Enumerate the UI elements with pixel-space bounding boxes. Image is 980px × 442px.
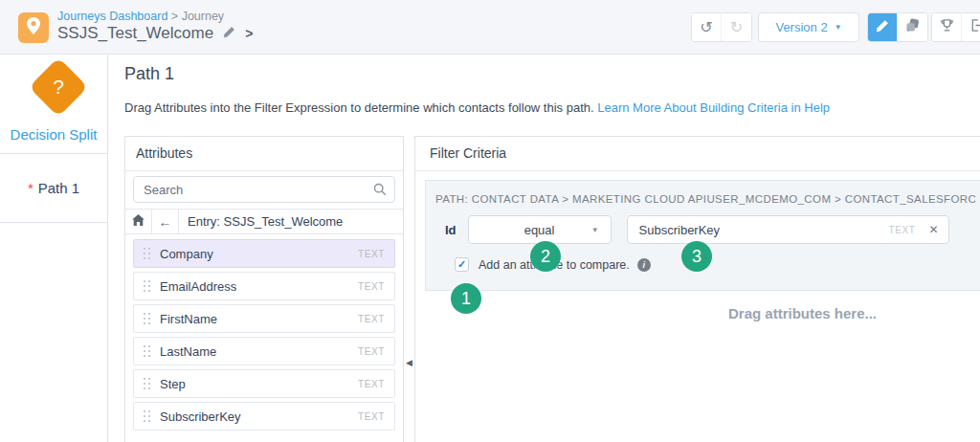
drag-handle-icon bbox=[144, 248, 150, 259]
attribute-row-subscriberkey[interactable]: SubscriberKey TEXT bbox=[133, 402, 395, 431]
collapse-panel-arrow-icon[interactable]: ◀ bbox=[406, 358, 412, 367]
filter-expression-box: PATH: CONTACT DATA > MARKETING CLOUD API… bbox=[425, 180, 980, 291]
attribute-row-company[interactable]: Company TEXT bbox=[133, 239, 395, 268]
search-icon bbox=[373, 183, 387, 200]
entry-breadcrumb-label: Entry: SSJS_Test_Welcome bbox=[179, 210, 343, 233]
activity-sidebar: ? Decision Split * Path 1 bbox=[0, 55, 108, 442]
compare-attribute-checkbox[interactable]: ✓ bbox=[455, 257, 469, 272]
edit-mode-button[interactable] bbox=[868, 13, 898, 41]
location-pin-icon bbox=[27, 17, 40, 38]
drag-handle-icon bbox=[144, 410, 150, 422]
clear-value-icon[interactable]: ✕ bbox=[929, 223, 939, 236]
home-icon bbox=[132, 214, 145, 229]
attribute-type: TEXT bbox=[358, 281, 385, 292]
attribute-type: TEXT bbox=[358, 411, 385, 422]
journey-title-row: SSJS_Test_Welcome > bbox=[57, 24, 253, 43]
comparison-value-box: TEXT ✕ bbox=[627, 215, 949, 244]
attribute-row-step[interactable]: Step TEXT bbox=[133, 369, 395, 398]
operator-value: equal bbox=[524, 223, 555, 237]
checkmark-icon: ✓ bbox=[457, 258, 466, 271]
title-chevron-icon[interactable]: > bbox=[245, 26, 253, 41]
attribute-row-emailaddress[interactable]: EmailAddress TEXT bbox=[133, 272, 395, 300]
caret-down-icon: ▼ bbox=[835, 23, 842, 32]
data-path-breadcrumb: PATH: CONTACT DATA > MARKETING CLOUD API… bbox=[426, 181, 980, 205]
copy-journey-button[interactable] bbox=[898, 13, 927, 41]
top-bar: Journeys Dashboard > Journey SSJS_Test_W… bbox=[0, 0, 980, 55]
decision-split-label[interactable]: Decision Split bbox=[0, 126, 107, 143]
breadcrumb-current: Journey bbox=[182, 10, 224, 23]
attributes-panel-title: Attributes bbox=[125, 137, 403, 171]
breadcrumb-separator: > bbox=[171, 10, 178, 23]
comparison-value-input[interactable] bbox=[639, 223, 889, 237]
path-1-label: Path 1 bbox=[38, 180, 79, 196]
attributes-panel: Attributes ← Entry: SSJS_Test_Welcome Co… bbox=[124, 136, 404, 442]
breadcrumb: Journeys Dashboard > Journey bbox=[57, 10, 224, 23]
home-button[interactable] bbox=[125, 210, 152, 233]
edit-title-pencil-icon[interactable] bbox=[223, 25, 235, 42]
undo-button[interactable]: ↺ bbox=[692, 13, 722, 41]
redo-button[interactable]: ↻ bbox=[722, 13, 751, 41]
version-label: Version 2 bbox=[775, 20, 827, 34]
filter-criteria-title: Filter Criteria bbox=[415, 137, 980, 171]
attribute-type: TEXT bbox=[358, 249, 385, 259]
goal-exit-group bbox=[931, 12, 980, 42]
annotation-badge-1: 1 bbox=[451, 283, 481, 314]
page-title: Path 1 bbox=[124, 64, 174, 84]
back-arrow-icon: ← bbox=[159, 214, 172, 230]
goal-button[interactable] bbox=[932, 13, 962, 41]
attribute-breadcrumb-bar: ← Entry: SSJS_Test_Welcome bbox=[125, 209, 403, 234]
pencil-icon bbox=[876, 19, 889, 36]
attribute-label: EmailAddress bbox=[160, 279, 236, 294]
attribute-label: LastName bbox=[160, 344, 216, 359]
copy-icon bbox=[905, 18, 920, 36]
exit-icon bbox=[969, 18, 980, 36]
undo-redo-group: ↺ ↻ bbox=[691, 12, 752, 42]
sidebar-item-path-1[interactable]: * Path 1 bbox=[0, 154, 107, 223]
value-type-label: TEXT bbox=[889, 225, 916, 235]
version-group: Version 2 ▼ bbox=[758, 12, 859, 42]
annotation-badge-3: 3 bbox=[681, 241, 712, 272]
description-text: Drag Attributes into the Filter Expressi… bbox=[124, 100, 594, 115]
back-button[interactable]: ← bbox=[152, 210, 179, 233]
expression-row: Id equal ▼ TEXT ✕ bbox=[426, 215, 980, 244]
attribute-label: FirstName bbox=[160, 312, 217, 326]
attribute-label: Step bbox=[160, 377, 186, 391]
drag-handle-icon bbox=[144, 313, 150, 324]
info-icon[interactable]: i bbox=[637, 258, 651, 272]
attribute-label: Company bbox=[160, 247, 213, 261]
attribute-type: TEXT bbox=[358, 379, 385, 389]
caret-down-icon: ▼ bbox=[591, 226, 599, 234]
help-link[interactable]: Learn More About Building Criteria in He… bbox=[597, 100, 830, 115]
drag-handle-icon bbox=[144, 378, 150, 389]
attribute-type: TEXT bbox=[358, 314, 385, 324]
expression-field-label: Id bbox=[445, 223, 457, 237]
exit-button[interactable] bbox=[962, 13, 980, 41]
redo-icon: ↻ bbox=[730, 18, 743, 36]
undo-icon: ↺ bbox=[700, 18, 712, 36]
attribute-label: SubscriberKey bbox=[160, 409, 241, 424]
trophy-icon bbox=[940, 18, 954, 36]
breadcrumb-journeys-dashboard-link[interactable]: Journeys Dashboard bbox=[57, 10, 167, 23]
annotation-badge-2: 2 bbox=[530, 241, 561, 272]
attribute-list: Company TEXT EmailAddress TEXT FirstName… bbox=[125, 234, 403, 431]
attribute-row-lastname[interactable]: LastName TEXT bbox=[133, 337, 395, 365]
decision-split-cell: ? Decision Split bbox=[0, 55, 107, 154]
drag-handle-icon bbox=[144, 280, 150, 292]
drag-handle-icon bbox=[144, 345, 150, 357]
filter-criteria-panel: Filter Criteria PATH: CONTACT DATA > MAR… bbox=[414, 136, 980, 442]
required-asterisk: * bbox=[28, 180, 33, 196]
page-description: Drag Attributes into the Filter Expressi… bbox=[124, 100, 830, 115]
journey-title: SSJS_Test_Welcome bbox=[57, 24, 213, 43]
version-dropdown-button[interactable]: Version 2 ▼ bbox=[759, 13, 858, 41]
attribute-row-firstname[interactable]: FirstName TEXT bbox=[133, 304, 395, 333]
attribute-search bbox=[133, 176, 395, 203]
drag-attributes-hint: Drag attributes here... bbox=[728, 305, 877, 321]
operator-dropdown[interactable]: equal ▼ bbox=[468, 215, 612, 244]
edit-copy-group bbox=[867, 12, 928, 42]
attribute-type: TEXT bbox=[358, 346, 385, 357]
journey-builder-icon bbox=[18, 12, 49, 43]
search-input[interactable] bbox=[133, 176, 395, 203]
question-mark-icon: ? bbox=[37, 66, 79, 108]
